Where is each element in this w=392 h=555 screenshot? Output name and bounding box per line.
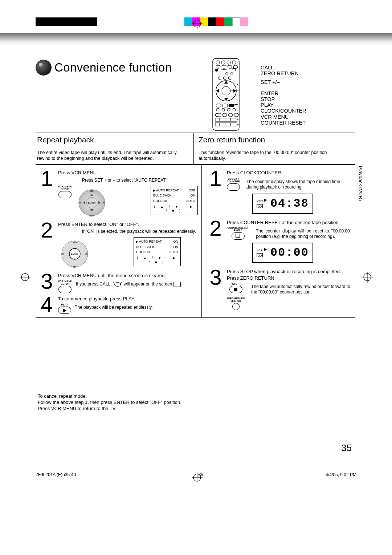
step-expl: Press SET + or – to select "AUTO REPEAT"…: [58, 178, 198, 183]
step: 3 Press VCR MENU until the menu screen i…: [38, 273, 198, 293]
svg-point-44: [227, 108, 230, 111]
svg-marker-33: [216, 89, 219, 93]
svg-text:CH-: CH-: [61, 253, 64, 255]
swatch: [208, 17, 216, 26]
chapter-heading: Convenience function: [36, 60, 172, 76]
svg-rect-52: [215, 118, 237, 121]
remote-diagram: CALL ZERO RETURN SET +/– ENTER STOP PLAY…: [212, 58, 392, 129]
remote-label: PLAY: [261, 102, 306, 108]
lcd-time: 04:38: [270, 197, 309, 211]
step-number: 3: [38, 273, 56, 293]
header-gradient: [0, 33, 392, 45]
crop-mark-icon: [192, 18, 203, 29]
remote-label: SET +/–: [261, 79, 306, 85]
play-tri-icon: [264, 198, 267, 202]
page-number: 35: [341, 442, 352, 454]
step-number: 1: [207, 170, 225, 214]
right-steps: 1 Press CLOCK/COUNTER. CLOCK /COUNTER Th…: [201, 164, 355, 318]
swatch: [224, 17, 232, 26]
enter-pad-icon: ENTER SET+ SET- CH- CH+: [75, 187, 109, 219]
svg-text:CH-: CH-: [78, 202, 81, 204]
svg-rect-18: [222, 65, 226, 68]
svg-text:SET-: SET-: [73, 266, 77, 268]
remote-label: STOP: [261, 96, 306, 102]
svg-line-22: [219, 67, 240, 70]
footer-doc: 2F90201A (E)p35-40: [36, 472, 76, 477]
swatch: [184, 17, 192, 26]
step-expl: If "ON" is selected, the playback will b…: [58, 229, 198, 234]
svg-point-30: [222, 86, 230, 95]
remote-label: VCR MENU: [261, 114, 306, 120]
swatch: [240, 17, 248, 26]
svg-point-25: [231, 73, 233, 75]
screen-icon: [173, 282, 181, 287]
step-expl: The playback will be repeated endlessly.: [75, 305, 153, 310]
svg-marker-31: [224, 81, 228, 84]
vcr-menu-button-icon: VCR MENUSETUP: [58, 280, 72, 293]
footer-page: 35: [199, 472, 203, 477]
svg-point-23: [233, 68, 236, 71]
svg-rect-48: [222, 113, 227, 117]
swatch: [232, 17, 240, 26]
step-number: 2: [38, 222, 56, 270]
svg-rect-50: [234, 113, 238, 117]
svg-point-15: [227, 61, 230, 64]
svg-text:CH+: CH+: [102, 202, 106, 204]
remote-icon: [212, 58, 240, 131]
chapter-bullet-icon: [36, 60, 52, 76]
repeat-icon: [114, 282, 121, 287]
svg-point-26: [218, 77, 221, 80]
svg-point-14: [221, 61, 225, 64]
remote-label: CALL: [261, 65, 306, 70]
stop-button-icon: STOP: [229, 283, 242, 293]
svg-rect-49: [228, 113, 233, 117]
osd-menu: AUTO REPEATOFF BLUE BACKON COLOURAUTO ( …: [151, 186, 198, 215]
svg-rect-47: [215, 113, 218, 117]
svg-text:SET-: SET-: [90, 215, 94, 217]
vcr-menu-button-icon: VCR MENUSETUP: [58, 185, 72, 198]
side-tab: Playback (VCR): [358, 166, 363, 201]
step-lead: Press VCR MENU until the menu screen is …: [58, 273, 198, 279]
svg-text:ENTER: ENTER: [88, 202, 96, 204]
cancel-note: To cancel repeat mode: Follow the above …: [38, 393, 190, 412]
cancel-head: To cancel repeat mode:: [38, 393, 190, 400]
svg-point-24: [226, 73, 228, 75]
step-lead: Press CLOCK/COUNTER.: [227, 170, 351, 176]
lcd-display: VCR 04:38: [252, 194, 313, 214]
zero-return-button-icon: ZERO RETURNSEARCH: [227, 297, 245, 310]
remote-label: COUNTER RESET: [261, 120, 306, 126]
step-number: 2: [207, 220, 225, 263]
cassette-icon: [257, 204, 263, 208]
step-expl: If you press CALL, "" will appear on the…: [76, 281, 198, 293]
step-lead: To commence playback, press PLAY.: [58, 296, 198, 302]
svg-rect-17: [216, 65, 220, 68]
lcd-time: 00:00: [270, 246, 309, 260]
svg-point-27: [223, 77, 226, 80]
cassette-icon: [257, 253, 263, 257]
left-intro: The entire video tape will play until it…: [36, 147, 193, 164]
step-lead: Press VCR MENU.: [58, 170, 198, 176]
black-swatch: [36, 17, 97, 26]
footer-timestamp: 4/4/05, 9:02 PM: [326, 472, 356, 477]
step-expl: The tape will automatically rewind or fa…: [251, 284, 351, 310]
right-intro: This function rewinds the tape to the "0…: [193, 147, 355, 164]
counter-reset-button-icon: COUNTER RESETANGLE: [227, 227, 249, 240]
lcd-display: VCR 00:00: [252, 243, 313, 263]
step: 1 Press CLOCK/COUNTER. CLOCK /COUNTER Th…: [207, 170, 351, 214]
right-heading: Zero return function: [193, 133, 355, 147]
svg-text:SET+: SET+: [90, 190, 94, 192]
step-expl: The counter display shows the tape runni…: [246, 179, 351, 191]
svg-point-28: [228, 77, 231, 80]
remote-label: CLOCK/COUNTER: [261, 108, 306, 114]
step-lead-2: Press ZERO RETURN.: [227, 275, 351, 281]
cancel-body: Follow the above step 1, then press ENTE…: [38, 400, 190, 412]
svg-point-42: [216, 108, 219, 111]
svg-marker-32: [224, 98, 228, 101]
step-expl: The counter display will be reset to "00…: [256, 228, 351, 240]
svg-point-13: [216, 61, 220, 64]
step-number: 1: [38, 170, 56, 218]
step-lead: Press STOP when playback or recording is…: [227, 269, 351, 275]
svg-rect-57: [215, 123, 237, 126]
step: 1 Press VCR MENU. Press SET + or – to se…: [38, 170, 198, 218]
step: 4 To commence playback, press PLAY. PLAY…: [38, 296, 198, 314]
